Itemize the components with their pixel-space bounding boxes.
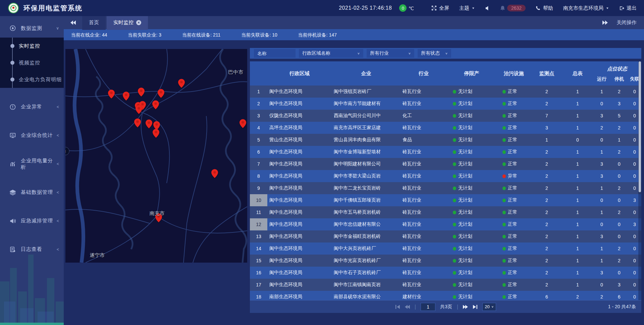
scrollbar-thumb[interactable] [639, 61, 641, 192]
table-row[interactable]: 8阆中生态环境局阆中市枣碧大梁山页岩砖瓦行业无计划异常21300 [250, 170, 641, 182]
tab-home[interactable]: 首页 [82, 16, 106, 30]
cell-stop-count: 2 [610, 182, 628, 194]
cell-production-status: 无计划 [447, 110, 496, 122]
production-status-label: 无计划 [458, 221, 472, 227]
gauge-icon [9, 25, 16, 32]
table-row[interactable]: 15阆中生态环境局阆中市光富页岩机砖厂砖瓦行业无计划正常21120 [250, 255, 641, 267]
previous-page-button[interactable] [405, 305, 410, 309]
facility-status-label: 正常 [508, 233, 517, 239]
cell-company: 阆中市南方节能建材有 [332, 98, 400, 110]
stat-label: 当前在线企业: [71, 32, 101, 38]
region-filter-select[interactable]: 行政区域名称 ∨ [299, 49, 363, 58]
industry-filter-select[interactable]: 所有行业 ∨ [367, 49, 414, 58]
sidebar-item-power-analysis[interactable]: 企业用电量分析< [0, 154, 64, 173]
cell-facility-status: 正常 [496, 182, 531, 194]
sidebar-item-power-load-detail[interactable]: 企业电力负荷明细 [0, 71, 64, 88]
tabs-scroll-right-button[interactable] [602, 20, 608, 25]
table-row[interactable]: 4高坪生态环境局南充市高坪区王家店建砖瓦行业无计划正常31220 [250, 122, 641, 134]
close-operations-button[interactable]: 关闭操作 [616, 19, 637, 26]
map-pin[interactable] [239, 119, 246, 128]
table-row[interactable]: 7阆中生态环境局阆中明阳建材有限公司砖瓦行业无计划正常21300 [250, 158, 641, 170]
status-dot-green [453, 150, 456, 154]
org-menu[interactable]: 南充市生态环境局 ▼ [563, 5, 609, 11]
cell-industry: 食品 [400, 134, 447, 146]
table-row[interactable]: 18南部生态环境局南部县砚华水泥有限公建材行业无计划正常62260 [250, 291, 641, 300]
map-pin[interactable] [153, 129, 159, 138]
tabs-scroll-left-button[interactable] [70, 20, 76, 25]
table-row[interactable]: 6阆中生态环境局阆中市金博瑞新型墙材砖瓦行业无计划正常21120 [250, 146, 641, 158]
pagination-range-label: 1 - 20 共47条 [608, 304, 636, 310]
logout-button[interactable]: 退出 [619, 5, 637, 11]
map-city-label: 南充市 [150, 210, 165, 216]
sound-toggle[interactable] [485, 6, 490, 11]
cell-region: 阆中生态环境局 [267, 194, 332, 206]
map-pin[interactable] [136, 105, 142, 114]
stat-value: 211 [213, 32, 220, 38]
fullscreen-button[interactable]: 全屏 [431, 5, 449, 11]
status-dot-red [502, 174, 506, 178]
map-pin[interactable] [123, 92, 129, 101]
table-row[interactable]: 9阆中生态环境局阆中市二龙长宝页岩砖砖瓦行业无计划正常21120 [250, 182, 641, 194]
table-row[interactable]: 11阆中生态环境局阆中市五马桥页岩机砖砖瓦行业无计划正常21120 [250, 206, 641, 218]
cell-index: 11 [250, 206, 267, 218]
table-row[interactable]: 13阆中生态环境局阆中市金福旺页岩机砖砖瓦行业无计划正常21300 [250, 230, 641, 242]
facility-status-label: 正常 [508, 282, 517, 288]
sidebar-item-enterprise-stats[interactable]: 企业综合统计< [0, 126, 64, 145]
theme-menu[interactable]: 主题 ▼ [459, 5, 475, 11]
table-row[interactable]: 5营山生态环境局营山县润丰肉食品有限食品无计划正常10010 [250, 134, 641, 146]
cell-stop-count: 3 [610, 98, 628, 110]
status-filter-select[interactable]: 所有状态 ∨ [418, 49, 451, 58]
facility-status-label: 正常 [508, 137, 517, 143]
sidebar-item-enterprise-abnormal[interactable]: 企业异常< [0, 97, 64, 116]
next-page-button[interactable] [463, 305, 468, 309]
last-page-button[interactable] [473, 305, 478, 309]
sidebar-item-emergency-reduction[interactable]: 应急减排管理< [0, 211, 64, 230]
map-panel[interactable]: 巴中市南充市遂宁市 ‹ [65, 49, 247, 263]
cell-run-count: 3 [593, 170, 610, 182]
cell-production-status: 无计划 [447, 279, 496, 291]
sidebar-item-video-monitor[interactable]: 视频监控 [0, 54, 64, 71]
table-row[interactable]: 17阆中生态环境局阆中市江南镇阆南页岩砖瓦行业无计划正常21030 [250, 279, 641, 291]
map-pin[interactable] [178, 79, 185, 88]
facility-status-label: 正常 [508, 149, 517, 155]
help-button[interactable]: 帮助 [536, 5, 553, 11]
production-status-label: 无计划 [458, 270, 472, 276]
map-pin[interactable] [211, 169, 218, 178]
sidebar-item-realtime-monitor[interactable]: 实时监控 [0, 38, 64, 54]
map-pin[interactable] [146, 119, 152, 128]
page-number-input[interactable] [421, 303, 435, 311]
sidebar-item-label: 基础数据管理 [21, 189, 57, 196]
cell-company: 阆中市石子页岩机砖厂 [332, 267, 400, 279]
cell-meter-count: 1 [562, 242, 593, 255]
table-row[interactable]: 10阆中生态环境局阆中千佛镇五郎垭页岩砖瓦行业无计划正常21003 [250, 194, 641, 206]
table-row[interactable]: 12阆中生态环境局阆中市忠信建材有限公砖瓦行业无计划正常21003 [250, 218, 641, 230]
name-filter-input[interactable] [254, 49, 296, 58]
table-row[interactable]: 1阆中生态环境局阆中强锐页岩砖厂砖瓦行业无计划正常21120 [250, 86, 641, 98]
cell-production-status: 无计划 [447, 158, 496, 170]
status-dot-green [453, 174, 456, 178]
table-row[interactable]: 3仪陇生态环境局西南油气田分公司川中化工无计划正常71350 [250, 110, 641, 122]
notification-button[interactable]: 2632 [500, 5, 526, 11]
cell-monitor-count: 2 [531, 170, 562, 182]
facility-status-label: 正常 [508, 221, 517, 227]
cell-region: 营山生态环境局 [267, 134, 332, 146]
status-dot-green [502, 235, 506, 238]
map-pin[interactable] [152, 100, 159, 109]
sidebar-item-base-data[interactable]: 基础数据管理< [0, 183, 64, 202]
map-pin[interactable] [108, 90, 115, 99]
page-size-select[interactable]: 20 ∨ [482, 303, 496, 311]
map-pin[interactable] [158, 89, 164, 98]
sidebar-item-log-view[interactable]: 日志查看< [0, 240, 64, 259]
tab-close-icon[interactable]: × [136, 20, 141, 25]
table-row[interactable]: 16阆中生态环境局阆中市石子页岩机砖厂砖瓦行业无计划正常21300 [250, 267, 641, 279]
table-row[interactable]: 2阆中生态环境局阆中市南方节能建材有砖瓦行业无计划正常21030 [250, 98, 641, 110]
sidebar-item-data-monitor[interactable]: 数据监测∨ [0, 19, 64, 38]
first-page-button[interactable] [395, 305, 400, 309]
map-pin[interactable] [134, 118, 141, 127]
map-pin[interactable] [138, 88, 145, 97]
chevron-left-icon: < [57, 190, 59, 195]
chevron-down-icon: ∨ [357, 52, 360, 55]
table-row[interactable]: 14阆中生态环境局阆中大兴页岩机砖厂砖瓦行业无计划正常21120 [250, 242, 641, 255]
tab-realtime-monitor[interactable]: 实时监控× [107, 16, 148, 30]
table-header-row: 行政区域企业行业停限产治污设施监测点总表点位状态运行停机失联 [250, 61, 641, 86]
